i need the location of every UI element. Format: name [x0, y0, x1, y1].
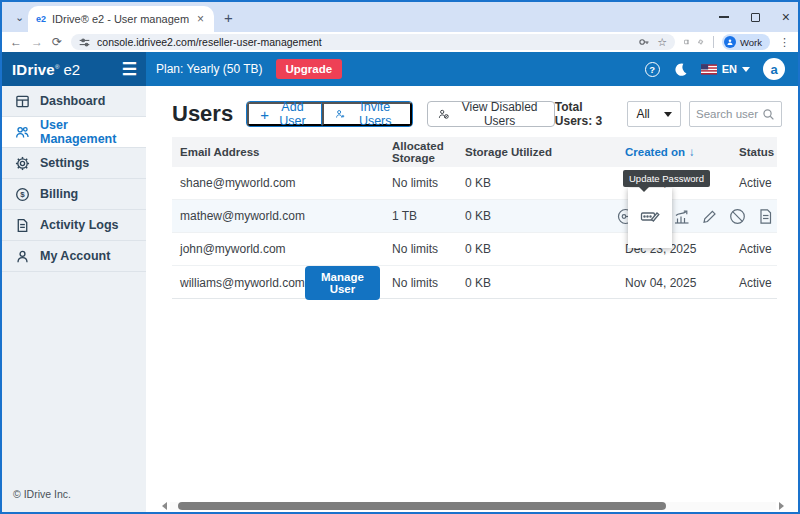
tab-title: IDrive® e2 - User management	[52, 13, 189, 25]
sidebar-item-label: User Management	[40, 118, 146, 146]
minimize-icon[interactable]	[719, 16, 729, 17]
scrollbar-thumb[interactable]	[178, 502, 666, 510]
gear-icon	[15, 156, 30, 171]
site-settings-icon[interactable]	[79, 37, 90, 48]
invite-users-button[interactable]: Invite Users	[322, 102, 412, 126]
sidebar-item-label: Billing	[40, 187, 78, 201]
search-box	[689, 101, 782, 127]
storage-utilized: 0 KB	[457, 176, 617, 190]
browser-menu-icon[interactable]: ⋮	[779, 36, 790, 49]
view-disabled-users-button[interactable]: View Disabled Users	[427, 101, 555, 127]
table-row[interactable]: williams@myworld.com Manage User No limi…	[172, 266, 777, 299]
tab-strip: ⌄ e2 IDrive® e2 - User management × + ×	[2, 2, 798, 32]
scrollbar-track[interactable]	[170, 502, 776, 510]
browser-toolbar: ← → ⟳ console.idrivee2.com/reseller-user…	[2, 32, 798, 52]
sidebar-item-activity-logs[interactable]: Activity Logs	[2, 210, 146, 241]
status-badge: Active	[731, 176, 777, 190]
allocated-storage: No limits	[384, 242, 457, 256]
storage-utilized: 0 KB	[457, 242, 617, 256]
maximize-icon[interactable]	[751, 13, 760, 22]
copyright-text: © IDrive Inc.	[13, 488, 71, 500]
idrive-e2-logo: IDrive® e2	[12, 61, 80, 78]
edit-user-icon[interactable]	[701, 208, 718, 225]
sidebar-item-label: Activity Logs	[40, 218, 119, 232]
sidebar-item-my-account[interactable]: My Account	[2, 241, 146, 272]
search-input[interactable]	[696, 108, 762, 120]
bookmark-star-icon[interactable]: ☆	[657, 36, 667, 49]
user-logs-icon[interactable]	[757, 208, 774, 225]
plan-label: Plan: Yearly (50 TB)	[156, 62, 263, 76]
page-title: Users	[172, 101, 233, 127]
dropdown-caret-icon	[664, 112, 672, 117]
scroll-right-icon[interactable]	[779, 502, 784, 510]
us-flag-icon	[701, 64, 717, 75]
side-panel-icon[interactable]	[684, 36, 689, 48]
allocated-storage: No limits	[384, 176, 457, 190]
extensions-puzzle-icon[interactable]	[698, 36, 703, 48]
favicon-e2: e2	[36, 14, 46, 24]
sidebar-item-billing[interactable]: $ Billing	[2, 179, 146, 210]
table-row[interactable]: john@myworld.com No limits 0 KB Dec 23, …	[172, 233, 777, 266]
user-email: mathew@myworld.com	[172, 209, 384, 223]
billing-icon: $	[15, 187, 30, 202]
back-icon[interactable]: ←	[10, 35, 22, 49]
account-avatar[interactable]: a	[763, 58, 785, 80]
user-filter-dropdown[interactable]: All	[627, 101, 681, 127]
disable-user-icon[interactable]	[729, 208, 746, 225]
activity-logs-icon	[15, 218, 30, 233]
dark-mode-moon-icon[interactable]	[673, 62, 688, 77]
col-utilized: Storage Utilized	[457, 146, 617, 158]
help-icon[interactable]: ?	[645, 62, 660, 77]
new-tab-icon[interactable]: +	[224, 9, 233, 26]
language-selector[interactable]: EN	[701, 63, 750, 75]
sidebar-item-label: Dashboard	[40, 94, 105, 108]
filter-value: All	[636, 107, 649, 121]
browser-tab[interactable]: e2 IDrive® e2 - User management ×	[28, 6, 214, 32]
url-text[interactable]: console.idrivee2.com/reseller-user-manag…	[97, 36, 631, 48]
sidebar: Dashboard User Management Settings $ Bil…	[2, 86, 146, 512]
reload-icon[interactable]: ⟳	[52, 35, 62, 49]
sidebar-item-settings[interactable]: Settings	[2, 148, 146, 179]
col-created-on[interactable]: Created on↓	[617, 146, 731, 158]
plus-icon: +	[260, 107, 269, 122]
password-key-icon[interactable]	[638, 36, 650, 48]
update-password-icon[interactable]	[640, 205, 660, 225]
upgrade-button[interactable]: Upgrade	[276, 59, 343, 79]
sidebar-item-dashboard[interactable]: Dashboard	[2, 86, 146, 117]
table-row[interactable]: mathew@myworld.com 1 TB 0 KB	[172, 200, 777, 233]
main-content: Users + Add User Invite Users View Disab…	[146, 86, 798, 512]
allocated-storage: No limits	[384, 276, 457, 290]
search-icon[interactable]	[762, 108, 775, 121]
window-close-icon[interactable]: ×	[782, 10, 790, 24]
profile-avatar-icon	[724, 36, 736, 48]
allocated-storage: 1 TB	[384, 209, 457, 223]
my-account-icon	[15, 249, 30, 264]
language-label: EN	[722, 63, 737, 75]
scroll-left-icon[interactable]	[162, 502, 167, 510]
hamburger-menu-icon[interactable]: ☰	[122, 61, 137, 78]
disabled-user-icon	[438, 107, 449, 121]
sidebar-item-user-management[interactable]: User Management	[2, 117, 146, 148]
invite-user-icon	[335, 107, 345, 121]
sort-desc-icon[interactable]: ↓	[689, 146, 695, 158]
language-caret-icon	[742, 67, 750, 72]
sidebar-item-label: My Account	[40, 249, 110, 263]
window-controls: ×	[719, 2, 790, 32]
users-table: Email Address Allocated Storage Storage …	[172, 137, 777, 299]
manage-user-button[interactable]: Manage User	[305, 266, 380, 300]
tab-close-icon[interactable]: ×	[195, 12, 206, 26]
update-password-tooltip: Update Password	[623, 170, 710, 187]
usage-stats-icon[interactable]	[673, 208, 690, 225]
user-email: john@myworld.com	[172, 242, 384, 256]
profile-chip[interactable]: Work	[722, 34, 770, 50]
address-bar[interactable]: console.idrivee2.com/reseller-user-manag…	[71, 34, 675, 50]
hovered-action-card[interactable]	[628, 188, 672, 248]
table-header: Email Address Allocated Storage Storage …	[172, 137, 777, 167]
tab-search-icon[interactable]: ⌄	[11, 9, 28, 26]
horizontal-scrollbar[interactable]	[162, 501, 784, 511]
user-email: williams@myworld.com	[180, 276, 305, 290]
col-email: Email Address	[172, 146, 384, 158]
forward-icon[interactable]: →	[31, 35, 43, 49]
add-user-button[interactable]: + Add User	[247, 102, 322, 126]
total-users-count: Total Users: 3	[555, 100, 619, 128]
